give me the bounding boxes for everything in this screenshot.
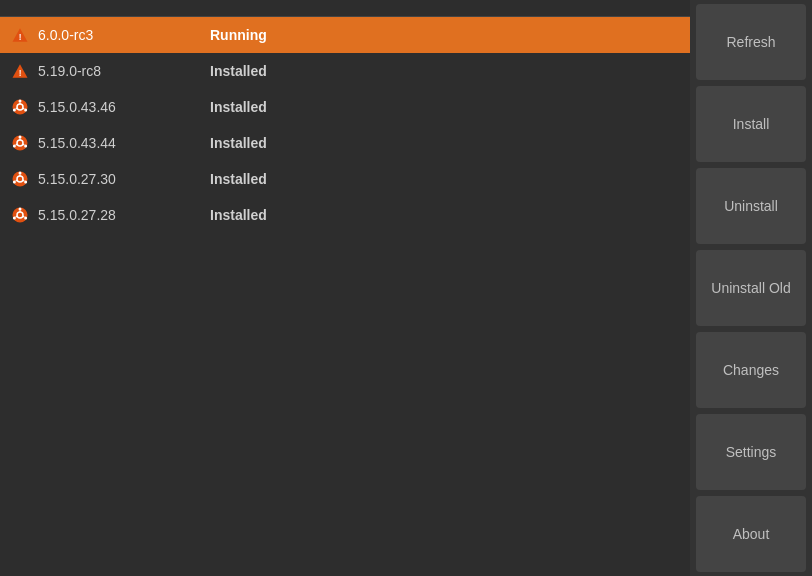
kernel-name: 6.0.0-rc3 (38, 27, 210, 43)
warning-icon: ! (10, 25, 30, 45)
svg-point-24 (13, 181, 16, 184)
svg-point-23 (24, 181, 27, 184)
about-button[interactable]: About (696, 496, 806, 572)
svg-point-31 (24, 217, 27, 220)
svg-line-19 (16, 144, 17, 145)
ubuntu-icon (10, 97, 30, 117)
table-row[interactable]: ! 6.0.0-rc3Running (0, 17, 690, 53)
kernel-list: ! 6.0.0-rc3Running ! 5.19.0-rc8Installed… (0, 17, 690, 576)
refresh-button[interactable]: Refresh (696, 4, 806, 80)
changes-button[interactable]: Changes (696, 332, 806, 408)
svg-line-11 (16, 108, 17, 109)
svg-point-7 (24, 109, 27, 112)
svg-line-35 (16, 216, 17, 217)
uninstall-old-button[interactable]: Uninstall Old (696, 250, 806, 326)
table-row[interactable]: ! 5.19.0-rc8Installed (0, 53, 690, 89)
svg-line-10 (23, 108, 24, 109)
svg-point-32 (13, 217, 16, 220)
sidebar: RefreshInstallUninstallUninstall OldChan… (690, 0, 812, 576)
main-area: ! 6.0.0-rc3Running ! 5.19.0-rc8Installed… (0, 0, 690, 576)
kernel-name: 5.15.0.27.28 (38, 207, 210, 223)
table-row[interactable]: 5.15.0.27.30Installed (0, 161, 690, 197)
svg-text:!: ! (19, 69, 22, 78)
ubuntu-icon (10, 169, 30, 189)
svg-line-26 (23, 180, 24, 181)
kernel-name: 5.15.0.27.30 (38, 171, 210, 187)
install-button[interactable]: Install (696, 86, 806, 162)
kernel-name: 5.19.0-rc8 (38, 63, 210, 79)
ubuntu-icon (10, 133, 30, 153)
kernel-status: Installed (210, 207, 680, 223)
warning-icon: ! (10, 61, 30, 81)
kernel-status: Installed (210, 135, 680, 151)
svg-point-22 (19, 172, 22, 175)
table-row[interactable]: 5.15.0.43.46Installed (0, 89, 690, 125)
kernel-name: 5.15.0.43.46 (38, 99, 210, 115)
kernel-status: Installed (210, 99, 680, 115)
table-row[interactable]: 5.15.0.27.28Installed (0, 197, 690, 233)
table-row[interactable]: 5.15.0.43.44Installed (0, 125, 690, 161)
uninstall-button[interactable]: Uninstall (696, 168, 806, 244)
table-header (0, 0, 690, 17)
svg-point-14 (19, 136, 22, 139)
svg-line-18 (23, 144, 24, 145)
svg-line-34 (23, 216, 24, 217)
kernel-status: Installed (210, 171, 680, 187)
svg-point-15 (24, 145, 27, 148)
svg-text:!: ! (19, 33, 22, 42)
svg-point-16 (13, 145, 16, 148)
svg-line-27 (16, 180, 17, 181)
svg-point-8 (13, 109, 16, 112)
svg-point-30 (19, 208, 22, 211)
ubuntu-icon (10, 205, 30, 225)
kernel-status: Running (210, 27, 680, 43)
kernel-status: Installed (210, 63, 680, 79)
svg-point-6 (19, 100, 22, 103)
kernel-name: 5.15.0.43.44 (38, 135, 210, 151)
settings-button[interactable]: Settings (696, 414, 806, 490)
